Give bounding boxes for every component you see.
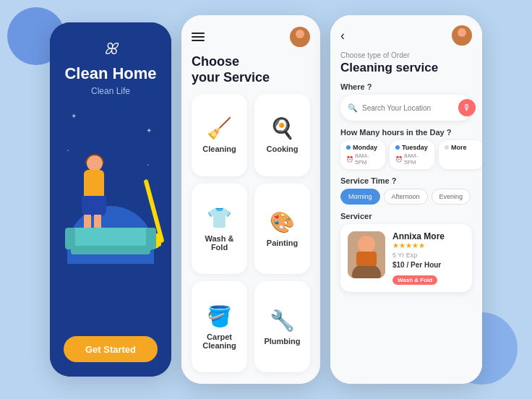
service-icon-cleaning: 🧹 [207,116,232,140]
service-label-carpet-cleaning: Carpet Cleaning [197,332,241,350]
screens-container: ꕤ Clean Home Clean Life ✦ ✦ • • [0,0,532,399]
time-label: Service Time ? [340,176,472,185]
services-grid: 🧹 Cleaning 🍳 Cooking 👕 Wash & Fold 🎨 Pai… [192,94,310,372]
hours-label: How Many hours in the Day ? [340,128,472,137]
app-logo: ꕤ [104,40,117,59]
service-card-cleaning[interactable]: 🧹 Cleaning [192,94,247,176]
servicer-stars: ★★★★★ [392,241,465,249]
user-avatar-order[interactable] [452,25,472,46]
choose-service-title: Chooseyour Service [192,54,310,85]
back-button[interactable]: ‹ [340,28,345,43]
servicer-rate: $10 / Per Hour [392,261,465,269]
location-input-wrap: 🔍 🎙 [340,95,472,121]
servicer-exp: 5 Yr Exp [392,252,465,259]
svg-point-5 [358,236,375,253]
sofa-arm-left [65,228,75,249]
servicer-card[interactable]: Annixa More ★★★★★ 5 Yr Exp $10 / Per Hou… [340,224,472,292]
servicer-label: Servicer [340,212,472,220]
service-card-cooking[interactable]: 🍳 Cooking [254,94,310,176]
hamburger-line [192,33,205,34]
sofa-arm-right [146,228,156,249]
service-label-wash-fold: Wash & Fold [197,234,241,252]
splash-screen: ꕤ Clean Home Clean Life ✦ ✦ • • [50,22,171,377]
user-avatar[interactable] [290,27,310,47]
service-label-plumbing: Plumbing [264,337,300,346]
svg-point-3 [455,38,469,46]
hamburger-line [192,40,205,41]
service-card-carpet-cleaning[interactable]: 🪣 Carpet Cleaning [192,281,247,372]
time-btn-morning[interactable]: Morning [340,189,380,205]
service-screen-header [192,27,310,47]
splash-title: Clean Home [64,64,156,83]
time-btn-evening[interactable]: Evening [432,189,471,205]
servicer-section: Servicer Annixa More ★★★★★ 5 Yr Exp [340,212,472,292]
star-deco: • [147,163,149,167]
service-card-wash-fold[interactable]: 👕 Wash & Fold [192,184,247,275]
time-btn-afternoon[interactable]: Afternoon [384,189,428,205]
service-label-painting: Painting [267,239,298,247]
time-buttons: MorningAfternoonEvening [340,189,472,205]
splash-illustration: ✦ ✦ • • [64,105,158,264]
hamburger-line [192,36,205,38]
service-label-cleaning: Cleaning [202,145,236,153]
service-tag: Wash & Fold [392,275,437,285]
star-deco: • [67,148,69,153]
servicer-name: Annixa More [392,231,465,241]
sofa [71,228,150,257]
order-screen-header: ‹ [340,25,472,46]
service-icon-carpet-cleaning: 🪣 [207,304,232,328]
time-section: Service Time ? MorningAfternoonEvening [340,176,472,205]
sofa-body [71,228,150,246]
servicer-photo [348,231,385,278]
sofa-base [71,246,150,254]
servicer-info: Annixa More ★★★★★ 5 Yr Exp $10 / Per Hou… [392,231,465,285]
order-type-label: Choose type of Order [340,51,472,59]
hours-chips: Monday ⏰8AM-5PM Tuesday ⏰8AM-5PM More [340,140,472,169]
get-started-button[interactable]: Get Started [64,336,158,362]
star-deco: ✦ [71,112,77,120]
location-input[interactable] [362,104,454,112]
service-card-plumbing[interactable]: 🔧 Plumbing [254,281,310,372]
mic-button[interactable]: 🎙 [458,99,476,116]
service-card-painting[interactable]: 🎨 Painting [254,184,310,275]
order-title: Cleaning service [340,61,472,75]
svg-rect-7 [356,252,377,266]
splash-subtitle: Clean Life [91,86,130,96]
search-icon: 🔍 [348,103,358,113]
service-icon-cooking: 🍳 [270,116,295,140]
hours-chip-tuesday[interactable]: Tuesday ⏰8AM-5PM [390,140,434,169]
where-label: Where ? [340,82,472,91]
hours-chip-monday[interactable]: Monday ⏰8AM-5PM [340,140,385,169]
hours-section: How Many hours in the Day ? Monday ⏰8AM-… [340,128,472,169]
svg-point-2 [458,28,466,37]
service-icon-wash-fold: 👕 [207,206,232,230]
svg-point-0 [296,30,304,38]
girl-skirt [82,196,106,216]
service-icon-plumbing: 🔧 [270,309,295,332]
star-deco: ✦ [146,126,152,134]
girl-head [87,155,103,171]
hours-chip-more[interactable]: More [439,140,482,169]
svg-point-1 [293,40,307,47]
girl-body [84,170,104,199]
service-label-cooking: Cooking [267,145,299,153]
service-icon-painting: 🎨 [270,210,295,234]
order-screen: ‹ Choose type of Order Cleaning service … [330,15,482,384]
hamburger-menu[interactable] [192,33,205,41]
choose-service-screen: Chooseyour Service 🧹 Cleaning 🍳 Cooking … [181,15,320,384]
